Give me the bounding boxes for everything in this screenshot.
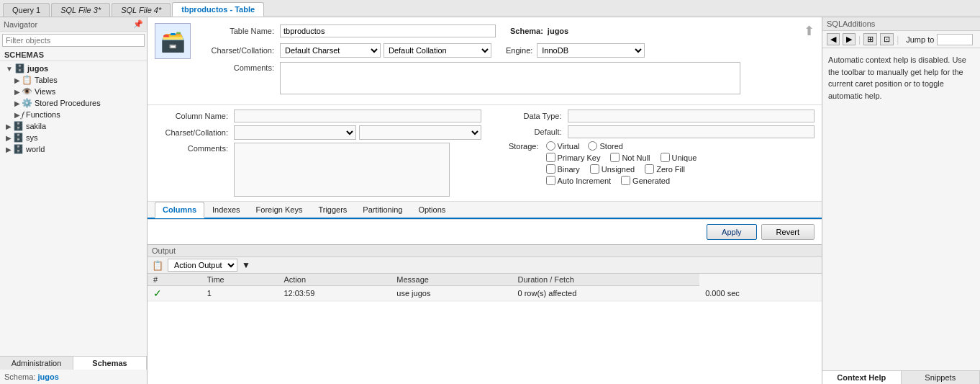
tab-partitioning[interactable]: Partitioning: [355, 202, 410, 218]
col-default-input[interactable]: [568, 125, 815, 138]
cell-action: use jugos: [391, 286, 512, 301]
procedure-icon: ⚙️: [22, 98, 32, 108]
arrow-icon: ▶: [14, 99, 20, 107]
scroll-up-icon[interactable]: ⬆: [804, 23, 815, 39]
sqladd-bottom-tabs: Context Help Snippets: [822, 370, 980, 384]
table-name-label: Table Name:: [201, 27, 280, 35]
tab-sqlfile3[interactable]: SQL File 3*: [51, 3, 110, 17]
tree-label-stored-procedures: Stored Procedures: [35, 99, 101, 107]
apply-button[interactable]: Apply: [707, 224, 757, 240]
nav-filter-container: [2, 34, 145, 47]
zerofill-checkbox[interactable]: [645, 164, 654, 174]
tab-context-help[interactable]: Context Help: [822, 371, 902, 384]
col-collation-select[interactable]: [359, 125, 481, 140]
col-header-message: Message: [391, 274, 512, 286]
tab-indexes[interactable]: Indexes: [204, 202, 248, 218]
nav-forward-button[interactable]: ▶: [843, 33, 856, 45]
not-null-checkbox[interactable]: [610, 153, 620, 162]
action-row: Apply Revert: [148, 219, 822, 244]
dropdown-icon: ▼: [242, 260, 250, 270]
collation-select[interactable]: Default Collation: [384, 43, 491, 58]
tree-item-sakila[interactable]: ▶ 🗄️ sakila: [0, 120, 147, 132]
tree-item-world[interactable]: ▶ 🗄️ world: [0, 143, 147, 155]
storage-label: Storage:: [496, 142, 539, 151]
sqladd-header: SQLAdditions: [822, 17, 980, 31]
tab-tbproductos[interactable]: tbproductos - Table: [172, 2, 264, 17]
jump-label: Jump to: [906, 35, 934, 44]
tree-item-jugos[interactable]: ▼ 🗄️ jugos: [0, 63, 147, 74]
tree-item-sys[interactable]: ▶ 🗄️ sys: [0, 132, 147, 143]
table-name-input[interactable]: [280, 24, 496, 37]
col-datatype-label: Data Type:: [489, 112, 568, 120]
sqladd-toolbar: ◀ ▶ | ⊞ ⊡ | Jump to: [822, 31, 980, 48]
divider2: |: [897, 35, 899, 45]
generated-checkbox[interactable]: [621, 176, 630, 185]
tab-foreign-keys[interactable]: Foreign Keys: [248, 202, 311, 218]
col-charset-select[interactable]: [234, 125, 356, 140]
col-header-num: #: [148, 274, 201, 286]
col-default-label: Default:: [489, 128, 568, 136]
col-comments-input[interactable]: [234, 143, 450, 197]
revert-button[interactable]: Revert: [761, 224, 815, 240]
unique-checkbox[interactable]: [661, 153, 670, 162]
tree-item-functions[interactable]: ▶ 𝑓 Functions: [0, 109, 147, 120]
tree-item-tables[interactable]: ▶ 📋 Tables: [0, 74, 147, 86]
col-comments-row: Comments:: [155, 143, 481, 197]
tab-query1[interactable]: Query 1: [3, 3, 50, 17]
app-container: Query 1 SQL File 3* SQL File 4* tbproduc…: [0, 0, 980, 384]
checkbox-row2: Binary Unsigned Zero Fill: [546, 164, 815, 174]
arrow-icon: ▶: [6, 146, 12, 153]
nav-bottom-tabs: Administration Schemas: [0, 357, 147, 370]
unsigned-label: Unsigned: [590, 164, 635, 174]
tab-administration[interactable]: Administration: [0, 357, 73, 370]
tree-label-sakila: sakila: [26, 122, 46, 130]
col-datatype-input[interactable]: [568, 110, 815, 122]
column-name-input[interactable]: [234, 110, 481, 122]
action-output-select[interactable]: Action Output: [168, 259, 237, 272]
cell-message: 0 row(s) affected: [512, 286, 700, 301]
center-panel: 🗃️ Table Name: Schema: jugos ⬆: [148, 17, 822, 384]
tab-columns[interactable]: Columns: [155, 202, 204, 218]
tree-label-tables: Tables: [35, 76, 58, 84]
storage-stored-radio[interactable]: [588, 141, 597, 151]
search-input[interactable]: [2, 34, 145, 47]
tree-item-views[interactable]: ▶ 👁️ Views: [0, 86, 147, 97]
col-name-label: Column Name:: [155, 112, 234, 120]
engine-select[interactable]: InnoDB: [537, 43, 645, 58]
copy-button[interactable]: ⊞: [863, 33, 877, 45]
table-comments-input[interactable]: [280, 62, 740, 94]
col-charset-label: Charset/Collation:: [155, 128, 234, 137]
snippet-button[interactable]: ⊡: [880, 33, 894, 45]
table-editor: 🗃️ Table Name: Schema: jugos ⬆: [148, 17, 822, 384]
output-table: # Time Action Message Duration / Fetch ✓: [148, 274, 822, 302]
function-icon: 𝑓: [22, 110, 24, 120]
tree-item-stored-procedures[interactable]: ▶ ⚙️ Stored Procedures: [0, 97, 147, 109]
tab-triggers[interactable]: Triggers: [310, 202, 355, 218]
schemas-label: SCHEMAS: [0, 49, 147, 61]
db-icon: 🗄️: [13, 133, 24, 143]
auto-increment-checkbox[interactable]: [546, 176, 555, 185]
col-header-time: Time: [201, 274, 278, 286]
sqladd-help-text: Automatic context help is disabled. Use …: [828, 55, 966, 100]
tab-snippets[interactable]: Snippets: [902, 371, 981, 384]
stored-label: Stored: [588, 141, 622, 151]
jump-input[interactable]: [937, 34, 973, 45]
arrow-icon: ▶: [14, 111, 20, 119]
binary-checkbox[interactable]: [546, 164, 555, 174]
output-panel: Output 📋 Action Output ▼ #: [148, 244, 822, 302]
unsigned-checkbox[interactable]: [590, 164, 599, 174]
tab-schemas[interactable]: Schemas: [73, 357, 147, 370]
charset-select[interactable]: Default Charset: [280, 43, 381, 58]
tab-options[interactable]: Options: [410, 202, 453, 218]
tree-label-world: world: [26, 145, 45, 153]
nav-tree: ▼ 🗄️ jugos ▶ 📋 Tables ▶ 👁️ Views: [0, 61, 147, 356]
arrow-icon: ▶: [14, 88, 20, 96]
storage-virtual-radio[interactable]: [546, 141, 555, 151]
info-schema-value: jugos: [37, 372, 58, 381]
col-charset-row: Charset/Collation:: [155, 125, 481, 140]
col-editor-right: Data Type: Default: Storage:: [489, 110, 815, 197]
tab-sqlfile4[interactable]: SQL File 4*: [112, 3, 171, 17]
pk-checkbox[interactable]: [546, 153, 555, 162]
nav-back-button[interactable]: ◀: [827, 33, 840, 45]
storage-row: Storage: Virtual Stored: [496, 141, 815, 151]
